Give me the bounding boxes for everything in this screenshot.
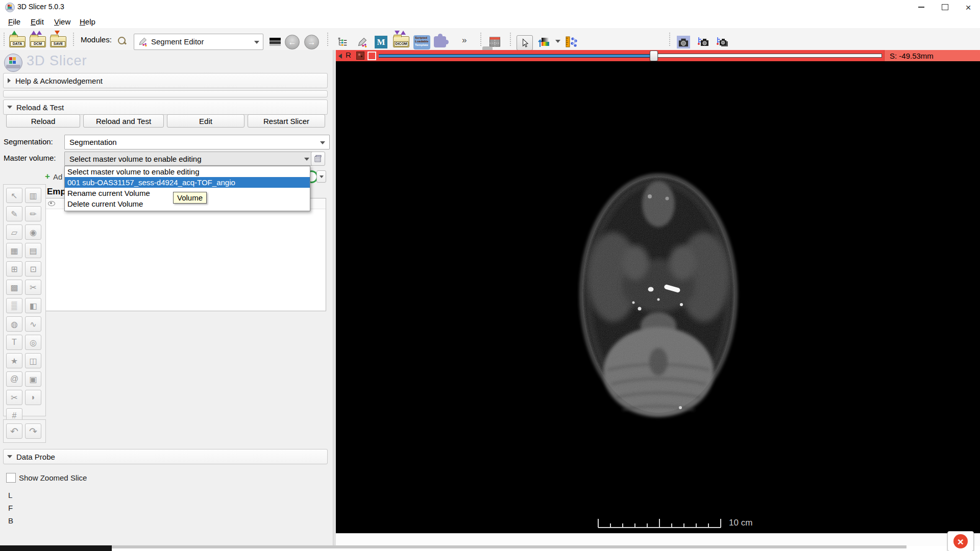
module-selector-combobox[interactable]: Segment Editor [134,34,263,50]
modules-label: Modules: [81,35,112,44]
menu-edit[interactable]: Edit [29,16,46,27]
dropdown-item-volume-001[interactable]: 001 sub-OAS31157_sess-d4924_acq-TOF_angi… [65,177,310,188]
reload-button[interactable]: Reload [6,114,80,128]
slice-visibility-icon[interactable] [356,52,364,60]
module-search-icon[interactable] [117,36,127,45]
effect-margin-button[interactable]: ⊞ [6,261,22,277]
master-volume-combobox[interactable]: Select master volume to enable editing [64,152,314,166]
red-slice-view[interactable]: 10 cm [336,61,980,533]
threshold-head-icon: ◫ [29,356,37,366]
dcm-arrow-up2-icon [37,31,42,35]
effect-paint-button[interactable]: ✎ [6,206,22,221]
segmentation-combobox[interactable]: Segmentation [64,135,330,149]
master-volume-dropdown-list: Select master volume to enable editing 0… [64,166,310,211]
slice-slider-handle[interactable] [650,51,658,61]
error-log-button[interactable]: × [947,531,974,551]
slice-slider-empty-track[interactable] [653,54,882,58]
surface-cut-icon: ✂ [11,393,17,403]
watershed-icon: ◗ [31,393,36,402]
effect-mask-volume-button[interactable]: ◍ [6,316,22,332]
title-bar: 3D Slicer 5.0.3 × [0,0,980,14]
close-button[interactable]: × [957,0,980,14]
menu-file[interactable]: File [6,16,22,27]
restart-slicer-button[interactable]: Restart Slicer [248,114,325,128]
toolbar-overflow-button[interactable]: » [462,35,467,45]
module-finder-button[interactable] [336,35,349,48]
ruler-icon [565,36,578,48]
minimize-button[interactable] [910,0,933,14]
effect-magic-wand-button[interactable]: ★ [6,353,22,368]
effect-erase-button[interactable]: ▱ [6,224,22,240]
favorite-dicom-button[interactable]: DICOM [393,36,409,47]
collapsed-section-strip[interactable] [3,90,328,97]
module-selector-arrow-icon [254,41,259,44]
maximize-button[interactable] [933,0,957,14]
effect-grow-from-seeds-button[interactable]: ▦ [6,243,22,258]
reload-test-section[interactable]: Reload & Test [3,99,328,115]
module-history-button[interactable] [270,38,281,46]
local-threshold-icon: T [12,338,17,347]
place-markup-button[interactable] [537,35,551,48]
redo-icon: ↷ [29,425,37,437]
favorite-segment-editor-button[interactable] [355,35,369,48]
segments-table[interactable] [45,198,326,311]
effect-level-tracing-button[interactable]: ◉ [25,224,41,240]
margin-icon: ⊞ [11,264,17,274]
effect-watershed-button[interactable]: ◗ [25,390,41,405]
menu-view[interactable]: View [52,16,72,27]
load-dicom-button[interactable]: DCM [30,36,46,47]
place-markup-dropdown-icon[interactable] [555,40,560,43]
effect-fill-between-slices-button[interactable]: ▤ [25,243,41,258]
module-back-button[interactable]: ← [285,35,300,49]
effect-smoothing-button[interactable]: ▩ [6,280,22,295]
effect-surface-cut-button[interactable]: ✂ [6,390,22,405]
dropdown-item-select-master[interactable]: Select master volume to enable editing [65,166,310,177]
effect-threshold-head-button[interactable]: ◫ [25,353,41,368]
menu-help[interactable]: Help [78,16,97,27]
specify-geometry-button[interactable] [311,152,325,166]
slicebar-pin-icon[interactable] [338,54,342,59]
segmentation-combo-arrow-icon [320,141,325,144]
back-arrow-icon: ← [288,38,297,47]
grow-from-seeds-icon: ▦ [10,246,18,256]
effect-threshold-button[interactable]: ▥ [25,188,41,203]
scene-views-menu-button[interactable] [716,35,729,48]
effect-hollow-button[interactable]: ⊡ [25,261,41,277]
module-forward-button[interactable]: → [304,35,319,49]
effect-split-volume-button[interactable]: ▣ [25,371,41,387]
show-zoomed-slice-checkbox[interactable] [6,473,16,483]
data-probe-section[interactable]: Data Probe [3,449,328,464]
load-data-button[interactable]: DATA [9,36,26,47]
scene-view-button[interactable] [696,35,709,48]
save-data-button[interactable]: SAVE [50,36,66,47]
effect-draw-tube-button[interactable]: ∿ [25,316,41,332]
screenshot-button[interactable] [677,36,690,48]
add-segment-plus-icon[interactable]: + [45,171,50,182]
help-section-label: Help & Acknowledgement [15,77,103,85]
effect-local-threshold-button[interactable]: T [6,335,22,350]
edit-button[interactable]: Edit [167,114,244,128]
collapse-down-icon [7,106,12,109]
mouse-interaction-button[interactable] [517,35,533,51]
extensions-puzzle-icon[interactable] [434,36,446,47]
measurements-button[interactable] [565,35,578,48]
help-acknowledgement-section[interactable]: Help & Acknowledgement [3,73,328,88]
effect-fast-marching-button[interactable]: ◎ [25,335,41,350]
favorite-welcome-button[interactable]: M [375,36,387,48]
reload-section-label: Reload & Test [16,103,64,112]
effect-islands-button[interactable]: ▒ [6,298,22,313]
effect-draw-button[interactable]: ✏ [25,206,41,221]
effect-logical-operators-button[interactable]: ◧ [25,298,41,313]
favorite-scripted-template-button[interactable]: ScriptedLoadableTemplate [413,35,430,49]
effect-none-button[interactable]: ↖ [6,188,22,203]
redo-button[interactable]: ↷ [25,423,41,439]
taskbar-fragment [0,545,112,551]
undo-button[interactable]: ↶ [6,423,22,439]
effect-flood-filling-button[interactable]: @ [6,371,22,387]
reload-and-test-button[interactable]: Reload and Test [83,114,164,128]
slice-link-icon[interactable] [368,52,376,60]
segmentation-value: Segmentation [69,138,117,146]
show-3d-dropdown-button[interactable] [316,170,326,183]
effect-scissors-button[interactable]: ✂ [25,280,41,295]
slice-slider-filled-track[interactable] [379,54,653,58]
